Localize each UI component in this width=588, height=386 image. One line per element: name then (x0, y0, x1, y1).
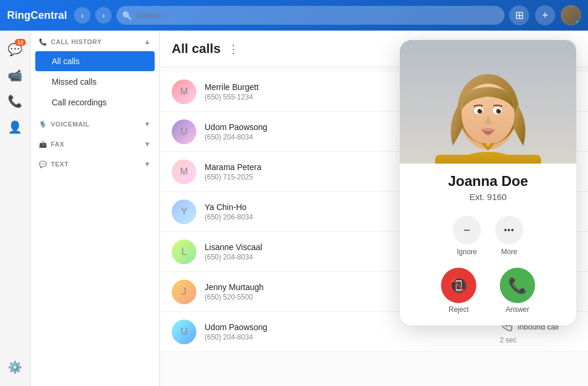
call-history-label: CALL HISTORY (51, 38, 102, 45)
add-icon-button[interactable]: + (535, 5, 555, 25)
caller-name: Joanna Doe (412, 173, 564, 189)
caller-ext: Ext. 9160 (412, 192, 564, 202)
call-actions-bottom: 📵 Reject 📞 Answer (400, 263, 576, 325)
sidebar-item-contacts[interactable]: 👤 (4, 115, 27, 139)
search-input[interactable] (116, 6, 505, 25)
nav-back-button[interactable]: ‹ (74, 7, 91, 24)
app-logo: RingCentral (7, 9, 67, 22)
call-history-section-left: 📞 CALL HISTORY (39, 38, 102, 46)
contact-avatar: Y (172, 199, 196, 224)
sidebar-item-video[interactable]: 📹 (4, 64, 27, 87)
sidebar-item-settings[interactable]: ⚙️ (4, 355, 27, 379)
messages-badge: 12 (15, 39, 25, 46)
sidebar-item-messages[interactable]: 💬 12 (4, 38, 27, 61)
ignore-label: Ignore (457, 248, 477, 256)
reject-group: 📵 Reject (441, 268, 476, 314)
answer-group: 📞 Answer (500, 268, 535, 314)
icon-sidebar: 💬 12 📹 📞 👤 ⚙️ (0, 31, 31, 386)
text-section-left: 💬 TEXT (39, 161, 69, 168)
app-header: RingCentral ‹ › ⊞ + (0, 0, 588, 31)
sidebar-item-phone[interactable]: 📞 (4, 89, 27, 113)
contact-avatar: U (172, 320, 196, 344)
answer-label: Answer (506, 305, 529, 314)
more-label: More (501, 248, 517, 256)
reject-button[interactable]: 📵 (441, 268, 476, 303)
answer-button[interactable]: 📞 (500, 268, 535, 303)
text-chevron: ▼ (144, 160, 151, 168)
svg-point-19 (480, 109, 482, 111)
call-duration: 2 sec (500, 336, 517, 344)
contact-avatar: L (172, 239, 196, 264)
voicemail-chevron: ▼ (144, 120, 151, 128)
header-right: ⊞ + (509, 5, 581, 25)
more-icon: ••• (504, 225, 514, 235)
incoming-call-card: Joanna Doe Ext. 9160 − Ignore ••• More 📵… (400, 40, 576, 325)
page-title: All calls (172, 41, 220, 56)
search-wrapper (116, 6, 505, 25)
nav-all-calls[interactable]: All calls (35, 51, 155, 71)
phone-small-icon: 📞 (39, 38, 48, 46)
user-avatar[interactable] (561, 5, 581, 25)
online-status-dot (575, 19, 580, 25)
ignore-button[interactable]: − (453, 216, 481, 244)
call-history-section-header[interactable]: 📞 CALL HISTORY ▲ (31, 31, 159, 51)
phone-icon: 📞 (8, 94, 22, 108)
text-section-header[interactable]: 💬 TEXT ▼ (31, 153, 159, 173)
fax-label: FAX (51, 141, 65, 148)
contacts-icon: 👤 (8, 120, 22, 134)
answer-icon: 📞 (508, 277, 527, 295)
text-icon: 💬 (39, 161, 48, 168)
nav-forward-button[interactable]: › (95, 7, 112, 24)
settings-icon: ⚙️ (8, 360, 22, 374)
more-button[interactable]: ••• (495, 216, 523, 244)
voicemail-icon: 🎙️ (39, 121, 48, 128)
svg-point-20 (499, 109, 500, 111)
contact-avatar: M (172, 79, 196, 104)
more-options-button[interactable]: ⋮ (228, 42, 239, 56)
fax-icon: 📠 (39, 141, 48, 148)
nav-sidebar: 📞 CALL HISTORY ▲ All calls Missed calls … (31, 31, 160, 386)
call-history-chevron: ▲ (144, 38, 151, 46)
contact-phone: (650) 204-8034 (205, 333, 492, 341)
fax-section-header[interactable]: 📠 FAX ▼ (31, 133, 159, 153)
grid-icon-button[interactable]: ⊞ (509, 5, 529, 25)
call-actions-top: − Ignore ••• More (400, 216, 576, 263)
more-group: ••• More (495, 216, 523, 256)
contact-avatar: J (172, 279, 196, 304)
contact-avatar: M (172, 159, 196, 184)
ignore-icon: − (463, 224, 470, 237)
reject-icon: 📵 (449, 277, 468, 295)
reject-label: Reject (449, 305, 469, 314)
nav-missed-calls[interactable]: Missed calls (35, 72, 155, 92)
caller-info: Joanna Doe Ext. 9160 (400, 164, 576, 216)
fax-chevron: ▼ (144, 140, 151, 148)
voicemail-label: VOICEMAIL (51, 121, 90, 128)
voicemail-section-header[interactable]: 🎙️ VOICEMAIL ▼ (31, 113, 159, 133)
caller-photo (400, 40, 576, 164)
contact-avatar: U (172, 119, 196, 144)
nav-call-recordings[interactable]: Call recordings (35, 92, 155, 112)
caller-photo-svg (400, 40, 576, 164)
voicemail-section-left: 🎙️ VOICEMAIL (39, 121, 89, 128)
ignore-group: − Ignore (453, 216, 481, 256)
fax-section-left: 📠 FAX (39, 141, 64, 148)
svg-rect-21 (435, 155, 541, 164)
video-icon: 📹 (8, 68, 22, 82)
text-label: TEXT (51, 161, 69, 168)
